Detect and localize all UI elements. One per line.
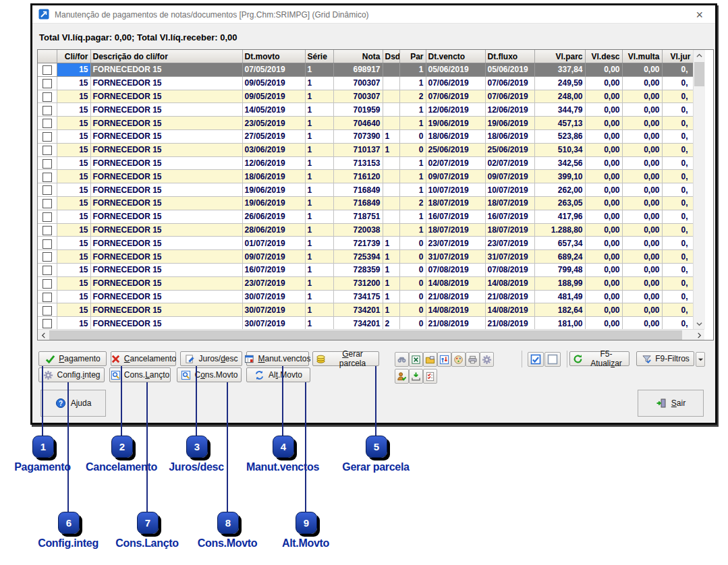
- table-row[interactable]: 15FORNECEDOR 1509/05/20191700307207/06/2…: [38, 90, 693, 103]
- cell: 1: [305, 196, 333, 210]
- column-header-s-rie[interactable]: Série: [305, 50, 333, 63]
- column-header-descri-o-do-cli-for[interactable]: Descrição do cli/for: [90, 50, 242, 63]
- import-button[interactable]: [409, 369, 423, 384]
- table-row[interactable]: 15FORNECEDOR 1503/06/201917101371025/06/…: [38, 143, 693, 156]
- deselect-all-button[interactable]: [544, 352, 561, 367]
- table-row[interactable]: 15FORNECEDOR 1530/07/201917342012021/08/…: [38, 317, 693, 330]
- gerar-parcela-button[interactable]: Gerar parcela: [312, 351, 379, 366]
- column-header-dt-movto[interactable]: Dt.movto: [242, 50, 305, 63]
- row-checkbox[interactable]: [43, 319, 52, 328]
- vertical-scroll-thumb[interactable]: [694, 62, 704, 86]
- column-header-cli-for[interactable]: Cli/for: [57, 50, 90, 63]
- cell: 0,00: [585, 303, 622, 317]
- table-row[interactable]: 15FORNECEDOR 1519/06/20191716849218/07/2…: [38, 196, 693, 210]
- row-checkbox[interactable]: [43, 185, 52, 195]
- table-row[interactable]: 15FORNECEDOR 1509/07/201917253941031/07/…: [38, 250, 693, 264]
- row-checkbox[interactable]: [43, 199, 52, 208]
- column-header-dsd[interactable]: Dsd: [383, 50, 399, 63]
- table-row[interactable]: 15FORNECEDOR 1512/06/20191713153102/07/2…: [38, 156, 693, 170]
- row-checkbox[interactable]: [43, 212, 52, 222]
- row-checkbox[interactable]: [43, 239, 52, 249]
- row-checkbox[interactable]: [43, 293, 52, 302]
- row-checkbox[interactable]: [43, 306, 52, 316]
- excel-export-button[interactable]: [409, 352, 423, 367]
- column-header-checkbox[interactable]: [38, 50, 57, 63]
- row-checkbox[interactable]: [43, 279, 52, 289]
- horizontal-scroll-thumb[interactable]: [49, 330, 682, 340]
- row-checkbox[interactable]: [43, 146, 52, 155]
- manut-venctos-button[interactable]: Manut.venctos: [246, 351, 309, 366]
- filters-dropdown-button[interactable]: [696, 352, 705, 367]
- row-checkbox[interactable]: [43, 79, 52, 88]
- cell: 1: [399, 210, 426, 223]
- table-row[interactable]: 15FORNECEDOR 1519/06/20191716849110/07/2…: [38, 183, 693, 197]
- scroll-right-button[interactable]: [694, 330, 704, 340]
- f5-atualizar-button[interactable]: F5-Atualizar: [569, 351, 629, 366]
- table-row[interactable]: 15FORNECEDOR 1528/06/20191720038118/07/2…: [38, 223, 693, 237]
- user-check-button[interactable]: [395, 369, 409, 384]
- alt-movto-button[interactable]: Alt.Movto: [246, 367, 310, 382]
- row-checkbox[interactable]: [43, 266, 52, 275]
- table-row[interactable]: 15FORNECEDOR 1509/05/20191700307107/06/2…: [38, 76, 693, 90]
- row-checkbox[interactable]: [43, 65, 52, 75]
- chevron-down-icon: [696, 354, 704, 365]
- column-header-vl-desc[interactable]: Vl.desc: [585, 50, 622, 63]
- cons-movto-button[interactable]: Cons.Movto: [177, 367, 242, 382]
- table-row[interactable]: 15FORNECEDOR 1523/07/201917312001014/08/…: [38, 276, 693, 290]
- row-checkbox[interactable]: [43, 252, 52, 262]
- config-integ-button[interactable]: Config.integ: [38, 367, 105, 382]
- binoculars-button[interactable]: [395, 352, 409, 367]
- table-row[interactable]: 15FORNECEDOR 1501/07/201917217391023/07/…: [38, 237, 693, 250]
- cell: 18/07/2019: [485, 223, 534, 237]
- column-header-vl-multa[interactable]: Vl.multa: [622, 50, 662, 63]
- row-checkbox[interactable]: [43, 159, 52, 169]
- column-header-dt-fluxo[interactable]: Dt.fluxo: [485, 50, 534, 63]
- gear-button[interactable]: [480, 352, 494, 367]
- cell: 07/05/2019: [242, 63, 305, 77]
- table-row[interactable]: 15FORNECEDOR 1514/05/20191701959112/06/2…: [38, 103, 693, 117]
- column-header-vl-jur[interactable]: Vl.jur: [662, 50, 693, 63]
- button-label: Pagamento: [59, 354, 100, 363]
- column-header-vl-parc[interactable]: Vl.parc: [534, 50, 585, 63]
- row-checkbox[interactable]: [43, 132, 52, 142]
- f9-filtros-button[interactable]: F9-Filtros: [636, 351, 694, 366]
- table-row[interactable]: 15FORNECEDOR 1527/05/201917073901018/06/…: [38, 129, 693, 143]
- row-checkbox[interactable]: [43, 92, 52, 102]
- row-checkbox[interactable]: [43, 226, 52, 235]
- select-all-button[interactable]: [528, 352, 544, 367]
- cancelamento-button[interactable]: Cancelamento: [111, 351, 176, 366]
- table-row[interactable]: 15FORNECEDOR 1526/06/20191718751116/07/2…: [38, 210, 693, 223]
- cell: 0: [399, 317, 426, 330]
- cell: 0,00: [585, 263, 622, 276]
- column-header-dt-vencto[interactable]: Dt.vencto: [426, 50, 485, 63]
- column-header-par[interactable]: Par: [399, 50, 426, 63]
- close-button[interactable]: ×: [692, 6, 707, 24]
- vertical-scrollbar[interactable]: [693, 50, 705, 329]
- palette-button[interactable]: [451, 352, 466, 367]
- scroll-up-button[interactable]: [694, 50, 704, 61]
- ajuda-button[interactable]: ?Ajuda: [40, 390, 106, 417]
- callout-line: [146, 382, 148, 514]
- table-row[interactable]: 15FORNECEDOR 1518/06/20191716120109/07/2…: [38, 170, 693, 183]
- column-header-nota[interactable]: Nota: [333, 50, 383, 63]
- row-checkbox[interactable]: [43, 173, 52, 182]
- pagamento-button[interactable]: Pagamento: [38, 351, 107, 366]
- table-row[interactable]: 15FORNECEDOR 1507/05/20191698917105/06/2…: [38, 63, 693, 77]
- cons-lan-to-button[interactable]: Cons.Lançto: [109, 367, 171, 382]
- juros-desc-button[interactable]: Juros/desc: [180, 351, 242, 366]
- horizontal-scrollbar[interactable]: [38, 329, 704, 340]
- folder-mail-button[interactable]: [423, 352, 437, 367]
- checklist-button[interactable]: [423, 369, 437, 384]
- sort-button[interactable]: [437, 352, 451, 367]
- row-checkbox[interactable]: [43, 106, 52, 115]
- table-row[interactable]: 15FORNECEDOR 1530/07/201917341751021/08/…: [38, 290, 693, 303]
- row-checkbox[interactable]: [43, 119, 52, 128]
- scroll-down-button[interactable]: [694, 318, 704, 329]
- printer-button[interactable]: [466, 352, 480, 367]
- cell: 716120: [333, 170, 383, 183]
- table-row[interactable]: 15FORNECEDOR 1523/05/20191704640119/06/2…: [38, 117, 693, 130]
- table-row[interactable]: 15FORNECEDOR 1530/07/201917342011014/08/…: [38, 303, 693, 317]
- sair-button[interactable]: Sair: [638, 390, 704, 417]
- table-row[interactable]: 15FORNECEDOR 1516/07/201917283591007/08/…: [38, 263, 693, 276]
- scroll-left-button[interactable]: [38, 330, 49, 340]
